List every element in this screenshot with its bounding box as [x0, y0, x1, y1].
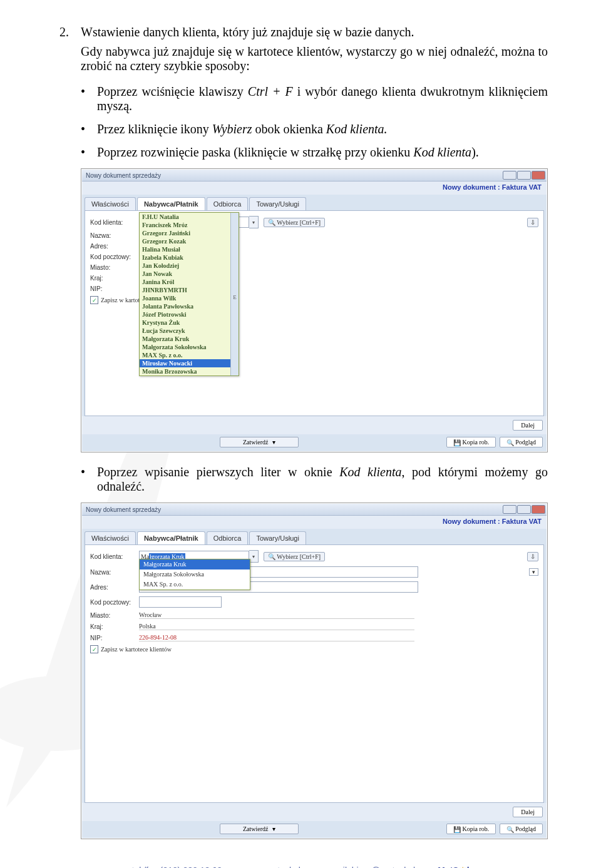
- maximize-icon[interactable]: [517, 505, 531, 514]
- dropdown-arrow-icon[interactable]: ▾: [529, 568, 538, 576]
- dropdown-item[interactable]: Grzegorz Jasiński: [140, 229, 239, 237]
- tab-towary[interactable]: Towary/Usługi: [249, 531, 306, 544]
- autocomplete-dropdown[interactable]: Małgorzata KrukMałgorzata SokołowskaMAX …: [139, 559, 250, 590]
- dropdown-item[interactable]: Małgorzata Sokołowska: [140, 343, 239, 351]
- close-icon[interactable]: [532, 171, 545, 180]
- label-nip: NIP:: [90, 635, 139, 641]
- client-dropdown-list[interactable]: F.H.U NataliaFranciszek MrózGrzegorz Jas…: [139, 212, 239, 376]
- bullet-1: Poprzez wciśnięcie klawiszy Ctrl + F i w…: [81, 84, 548, 113]
- dalej-button[interactable]: Dalej: [513, 807, 543, 817]
- section-heading: 2. Wstawienie danych klienta, który już …: [59, 25, 548, 39]
- dalej-button[interactable]: Dalej: [513, 420, 543, 431]
- preview-icon: 🔍: [506, 826, 513, 832]
- wybierz-button[interactable]: 🔍 Wybierz [Ctrl+F]: [264, 552, 325, 561]
- section-number: 2.: [59, 25, 73, 39]
- dropdown-item[interactable]: Izabela Kubiak: [140, 253, 239, 262]
- kopia-rob-button[interactable]: 💾Kopia rob.: [446, 437, 496, 447]
- zatwierdz-button[interactable]: Zatwierdź ▾: [220, 824, 299, 834]
- minimize-icon[interactable]: [503, 171, 516, 180]
- dropdown-item[interactable]: Monika Brzozowska: [140, 367, 239, 375]
- dropdown-item[interactable]: Jan Nowak: [140, 270, 239, 278]
- document-subtitle: Nowy dokument : Faktura VAT: [82, 181, 547, 195]
- dropdown-item[interactable]: Łucja Szewczyk: [140, 327, 239, 335]
- dropdown-item[interactable]: Monika Jaworska: [140, 375, 239, 376]
- label-nazwa: Nazwa:: [90, 232, 139, 239]
- tab-nabywca[interactable]: Nabywca/Płatnik: [137, 531, 205, 544]
- tab-towary[interactable]: Towary/Usługi: [249, 197, 306, 210]
- dropdown-item[interactable]: Halina Musiał: [140, 245, 239, 253]
- dropdown-item[interactable]: Jan Kołodziej: [140, 262, 239, 270]
- page-footer: tel./fax (012) 282 18 62 www.matsol.pl e…: [0, 865, 601, 868]
- label-nazwa: Nazwa:: [90, 569, 139, 576]
- podglad-button[interactable]: 🔍Podgląd: [500, 437, 543, 447]
- kraj-value[interactable]: Polska: [139, 623, 414, 630]
- close-icon[interactable]: [532, 505, 545, 514]
- dropdown-item[interactable]: Grzegorz Kozak: [140, 237, 239, 245]
- preview-icon: 🔍: [506, 439, 513, 446]
- save-icon: 💾: [453, 439, 460, 446]
- expand-arrow-icon[interactable]: ⇩: [527, 218, 538, 227]
- tab-odbiorca[interactable]: Odbiorca: [207, 531, 249, 544]
- window-title: Nowy dokument sprzedaży: [83, 172, 161, 179]
- label-kodpocztowy: Kod pocztowy:: [90, 253, 139, 260]
- label-kraj: Kraj:: [90, 275, 139, 282]
- window-titlebar: Nowy dokument sprzedaży: [82, 504, 547, 516]
- label-adres: Adres:: [90, 243, 139, 250]
- save-icon: 💾: [453, 826, 460, 832]
- minimize-icon[interactable]: [503, 505, 516, 514]
- dropdown-item[interactable]: Joanna Wilk: [140, 294, 239, 302]
- dropdown-item[interactable]: Małgorzata Sokołowska: [140, 569, 250, 580]
- dropdown-arrow-icon[interactable]: ▾: [249, 550, 259, 563]
- dropdown-item[interactable]: Józef Piotrowski: [140, 310, 239, 319]
- footer-www: www.matsol.pl: [244, 865, 300, 868]
- maximize-icon[interactable]: [517, 171, 531, 180]
- dropdown-arrow-icon[interactable]: ▾: [249, 216, 259, 228]
- dropdown-scrollbar[interactable]: E: [230, 213, 239, 375]
- tab-nabywca[interactable]: Nabywca/Płatnik: [137, 197, 205, 210]
- screenshot-1: Nowy dokument sprzedaży Nowy dokument : …: [81, 168, 548, 452]
- tab-wlasciwosci[interactable]: Właściwości: [85, 531, 136, 544]
- window-titlebar: Nowy dokument sprzedaży: [82, 170, 547, 181]
- label-nip: NIP:: [90, 285, 139, 292]
- label-kraj: Kraj:: [90, 623, 139, 630]
- section-title: Wstawienie danych klienta, który już zna…: [81, 25, 414, 39]
- kodpocztowy-input[interactable]: [139, 596, 222, 608]
- dropdown-item[interactable]: Mirosław Nowacki: [140, 359, 239, 367]
- podglad-button[interactable]: 🔍Podgląd: [500, 824, 543, 834]
- expand-arrow-icon[interactable]: ⇩: [527, 552, 538, 561]
- miasto-value[interactable]: Wrocław: [139, 611, 414, 619]
- zatwierdz-button[interactable]: Zatwierdź ▾: [220, 437, 299, 447]
- dropdown-item[interactable]: Małgorzata Kruk: [140, 335, 239, 343]
- nip-value[interactable]: 226-894-12-08: [139, 634, 414, 641]
- window-title: Nowy dokument sprzedaży: [83, 506, 161, 513]
- label-kod-klienta: Kod klienta:: [90, 219, 139, 226]
- wybierz-button[interactable]: 🔍 Wybierz [Ctrl+F]: [264, 218, 325, 227]
- label-kod-klienta: Kod klienta:: [90, 553, 139, 560]
- tab-odbiorca[interactable]: Odbiorca: [207, 197, 249, 210]
- label-kodpocztowy: Kod pocztowy:: [90, 599, 139, 606]
- bullet-2: Przez kliknięcie ikony Wybierz obok okie…: [81, 122, 548, 136]
- dropdown-item[interactable]: Krystyna Żuk: [140, 319, 239, 327]
- tab-wlasciwosci[interactable]: Właściwości: [85, 197, 136, 210]
- footer-tel: tel./fax (012) 282 18 62: [131, 865, 222, 868]
- dropdown-item[interactable]: Janina Król: [140, 278, 239, 286]
- label-adres: Adres:: [90, 584, 139, 591]
- footer-mail: e-mail: biuro@matsol.pl: [323, 865, 415, 868]
- bullet-3: Poprzez rozwinięcie paska (kliknięcie w …: [81, 145, 548, 160]
- dropdown-item[interactable]: MAX Sp. z o.o.: [140, 351, 239, 359]
- kopia-rob-button[interactable]: 💾Kopia rob.: [446, 824, 496, 834]
- dropdown-item[interactable]: Małgorzata Kruk: [140, 559, 250, 569]
- save-in-katalog-checkbox[interactable]: ✓Zapisz w kartotece klientów: [90, 645, 538, 653]
- dropdown-item[interactable]: F.H.U Natalia: [140, 213, 239, 221]
- dropdown-item[interactable]: MAX Sp. z o.o.: [140, 580, 250, 590]
- dropdown-item[interactable]: Franciszek Mróz: [140, 221, 239, 229]
- intro-paragraph: Gdy nabywca już znajduje się w kartotece…: [81, 44, 548, 73]
- label-miasto: Miasto:: [90, 612, 139, 619]
- label-miasto: Miasto:: [90, 264, 139, 271]
- screenshot-2: Nowy dokument sprzedaży Nowy dokument : …: [81, 503, 548, 839]
- document-subtitle: Nowy dokument : Faktura VAT: [82, 516, 547, 529]
- dropdown-item[interactable]: JHNRBYMRTH: [140, 286, 239, 294]
- footer-logo: MatS☀l: [438, 865, 469, 868]
- bullet-4: Poprzez wpisanie pierwszych liter w okni…: [81, 465, 548, 494]
- dropdown-item[interactable]: Jolanta Pawłowska: [140, 302, 239, 310]
